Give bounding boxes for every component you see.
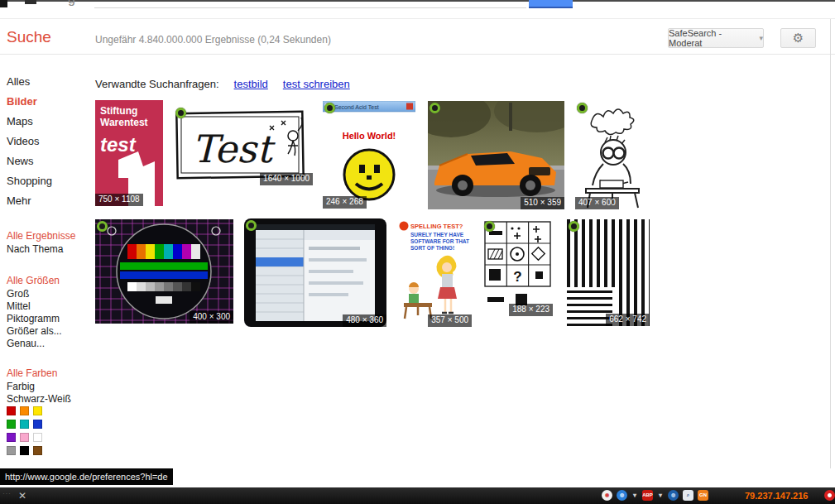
chevron-down-icon: ▾ [759, 34, 763, 42]
sidebar-item-news[interactable]: News [7, 156, 89, 166]
image-result-iq-puzzle[interactable]: ? 188 × 223 [482, 219, 553, 316]
thumbnail-image [244, 218, 386, 327]
dimension-badge: 1640 × 1000 [260, 173, 313, 185]
filter-alle-farben[interactable]: Alle Farben [7, 368, 89, 378]
related-link-test-schreiben[interactable]: test schreiben [283, 78, 350, 90]
extension-marker-icon[interactable] [577, 103, 588, 113]
safesearch-dropdown[interactable]: SafeSearch - Moderat ▾ [668, 28, 764, 48]
image-result-acid-test-smiley[interactable]: Second Acid Test Hello World! 246 × 268 [323, 101, 415, 209]
svg-text:Test: Test [192, 127, 276, 171]
image-result-test-sketch[interactable]: Test 1640 × 1000 [174, 106, 313, 185]
filter-mittel[interactable]: Mittel [7, 301, 89, 311]
sidebar-item-videos[interactable]: Videos [7, 136, 89, 146]
image-result-spelling-cartoon[interactable]: SPELLING TEST? SURELY THEY HAVE SOFTWARE… [397, 219, 472, 327]
image-result-tv-test-pattern[interactable]: 400 × 300 [95, 219, 233, 324]
filter-gross[interactable]: Groß [7, 289, 89, 299]
color-swatch-black[interactable] [20, 446, 29, 455]
svg-text:Warentest: Warentest [100, 117, 148, 128]
svg-text:SOFTWARE FOR THAT: SOFTWARE FOR THAT [410, 238, 469, 244]
dimension-badge: 510 × 359 [521, 197, 564, 209]
image-result-lamborghini[interactable]: 510 × 359 [428, 101, 564, 209]
dimension-badge: 750 × 1108 [95, 194, 143, 206]
sidebar-item-shopping[interactable]: Shopping [7, 175, 89, 186]
gn-badge-icon[interactable]: GN [698, 490, 708, 501]
top-border-line [0, 0, 835, 2]
taskbar-grip: ∙∙∙ [2, 489, 12, 497]
chevron-down-icon[interactable]: ▾ [657, 490, 664, 501]
dimension-badge: 188 × 223 [509, 304, 553, 316]
search-box-underline [94, 7, 526, 8]
color-swatch-orange[interactable] [20, 406, 29, 415]
image-result-tablet-settings[interactable]: 480 × 360 [244, 218, 386, 327]
thumbnail-image: Second Acid Test Hello World! [323, 101, 415, 209]
status-url-tooltip: http://www.google.de/preferences?hl=de [0, 468, 173, 485]
sidebar-item-maps[interactable]: Maps [7, 116, 89, 127]
gear-icon: ⚙ [793, 31, 804, 46]
thumbnail-image [575, 101, 650, 209]
image-result-thinking-cartoon[interactable]: 407 × 600 [575, 101, 650, 209]
extension-marker-icon[interactable] [569, 221, 579, 232]
network-globe-icon[interactable]: ◍ [668, 490, 679, 501]
thumbnail-image: SPELLING TEST? SURELY THEY HAVE SOFTWARE… [397, 219, 472, 327]
filter-farbig[interactable]: Farbig [7, 382, 89, 391]
dimension-badge: 400 × 300 [190, 311, 233, 324]
media-player-icon[interactable]: ◉ [602, 490, 612, 501]
thumbnail-image: Stiftung Warentest test [95, 100, 163, 206]
extension-marker-icon[interactable] [484, 221, 495, 232]
dimension-badge: 662 × 742 [606, 314, 650, 326]
search-tray-icon[interactable]: ⌕ [683, 490, 693, 501]
alert-tray-icon[interactable] [824, 490, 835, 501]
search-button-fragment[interactable] [529, 0, 573, 8]
filter-alle-ergebnisse[interactable]: Alle Ergebnisse [7, 231, 89, 241]
image-result-stripe-pattern[interactable]: 662 × 742 [567, 219, 650, 326]
system-tray: ◉ ◍ ▾ ABP ▾ ◍ ⌕ GN [602, 490, 708, 501]
taskbar: ∙∙∙ ✕ ◉ ◍ ▾ ABP ▾ ◍ ⌕ GN 79.237.147.216 [0, 487, 835, 504]
svg-text:?: ? [513, 269, 521, 285]
filter-genau[interactable]: Genau... [7, 338, 89, 348]
filter-section-size: Alle Größen Groß Mittel Piktogramm Größe… [7, 276, 89, 351]
image-result-stiftung-warentest[interactable]: Stiftung Warentest test 750 × 1108 [95, 100, 163, 206]
extension-marker-icon[interactable] [246, 220, 257, 231]
google-logo-fragment: g [68, 0, 84, 8]
globe-icon[interactable]: ◍ [617, 490, 627, 501]
color-swatch-yellow[interactable] [33, 406, 42, 415]
color-swatch-pink[interactable] [20, 433, 29, 442]
filter-nach-thema[interactable]: Nach Thema [7, 244, 89, 254]
extension-marker-icon[interactable] [429, 103, 440, 113]
filter-groesser-als[interactable]: Größer als... [7, 326, 89, 336]
color-swatch-purple[interactable] [7, 433, 16, 442]
sidebar-item-alles[interactable]: Alles [7, 76, 89, 87]
color-swatch-grid [7, 406, 56, 455]
filter-alle-groessen[interactable]: Alle Größen [7, 276, 89, 286]
svg-text:Second Acid Test: Second Acid Test [334, 104, 379, 110]
adblock-abp-icon[interactable]: ABP [642, 490, 653, 501]
filter-section-color: Alle Farben Farbig Schwarz-Weiß [7, 368, 89, 406]
results-stats: Ungefähr 4.840.000.000 Ergebnisse (0,24 … [95, 34, 331, 46]
filter-piktogramm[interactable]: Piktogramm [7, 314, 89, 324]
filter-schwarz-weiss[interactable]: Schwarz-Weiß [7, 394, 89, 404]
thumbnail-image [428, 101, 564, 209]
close-icon[interactable]: ✕ [18, 487, 26, 504]
related-link-testbild[interactable]: testbild [234, 78, 268, 90]
filter-section-results: Alle Ergebnisse Nach Thema [7, 231, 89, 257]
dimension-badge: 480 × 360 [343, 314, 386, 327]
chevron-down-icon[interactable]: ▾ [631, 490, 638, 501]
color-swatch-red[interactable] [7, 406, 16, 415]
extension-marker-icon[interactable] [175, 108, 186, 118]
color-swatch-green[interactable] [7, 420, 16, 429]
color-swatch-teal[interactable] [20, 420, 29, 429]
related-searches-label: Verwandte Suchanfragen: [95, 78, 219, 90]
sidebar-item-mehr[interactable]: Mehr [7, 195, 89, 206]
settings-gear-button[interactable]: ⚙ [780, 28, 816, 48]
sidebar-item-bilder[interactable]: Bilder [7, 96, 89, 107]
svg-text:Stiftung: Stiftung [100, 105, 137, 117]
color-swatch-white[interactable] [33, 433, 42, 442]
extension-marker-icon[interactable] [324, 103, 335, 113]
svg-text:SPELLING TEST?: SPELLING TEST? [410, 223, 463, 230]
color-swatch-gray[interactable] [7, 446, 16, 455]
dimension-badge: 407 × 600 [575, 197, 619, 209]
color-swatch-blue[interactable] [33, 420, 42, 429]
color-swatch-brown[interactable] [33, 446, 42, 455]
sidebar-nav: Alles Bilder Maps Videos News Shopping M… [7, 76, 89, 215]
extension-marker-icon[interactable] [97, 221, 108, 232]
